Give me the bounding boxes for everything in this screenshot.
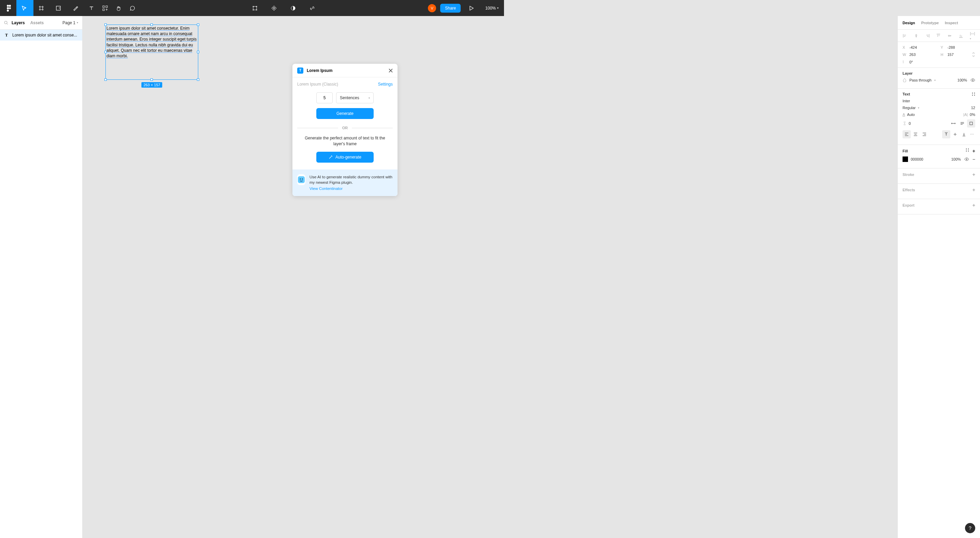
count-input[interactable] <box>316 92 333 103</box>
resize-handle-s[interactable] <box>151 78 153 81</box>
divider <box>297 128 338 128</box>
pen-tool[interactable]: ▾ <box>68 0 84 16</box>
footer-text: Use AI to generate realistic dummy conte… <box>310 174 393 185</box>
unit-select[interactable]: Sentences ▾ <box>336 92 374 103</box>
chevron-down-icon: ▾ <box>77 21 78 24</box>
chevron-down-icon: ▾ <box>76 6 80 10</box>
shape-tool[interactable]: ▾ <box>51 0 68 16</box>
auto-generate-button[interactable]: Auto-generate <box>316 152 374 163</box>
chevron-down-icon: ▾ <box>497 6 498 10</box>
svg-point-18 <box>302 178 303 179</box>
zoom-dropdown[interactable]: 100% ▾ <box>482 6 501 11</box>
page-dropdown[interactable]: Page 1 ▾ <box>62 21 78 25</box>
svg-point-17 <box>300 178 301 179</box>
svg-point-10 <box>253 6 254 7</box>
move-tool[interactable]: ▾ <box>16 0 33 16</box>
present-button[interactable] <box>465 0 479 16</box>
contentinator-icon <box>297 174 305 185</box>
chevron-down-icon: ▾ <box>42 6 45 10</box>
comment-tool[interactable] <box>126 0 139 16</box>
settings-link[interactable]: Settings <box>378 82 393 87</box>
plugin-popup: T Lorem Ipsum Lorem Ipsum (Classic) Sett… <box>293 64 398 196</box>
figma-menu[interactable]: ▾ <box>3 0 16 16</box>
svg-point-13 <box>256 9 257 10</box>
canvas[interactable]: Lorem ipsum dolor sit amet consectetur. … <box>83 16 504 277</box>
link-icon[interactable] <box>305 0 319 16</box>
svg-point-11 <box>256 6 257 7</box>
resize-handle-se[interactable] <box>197 78 199 81</box>
svg-rect-6 <box>103 6 104 8</box>
left-panel: Layers Assets Page 1 ▾ T Lorem ipsum dol… <box>0 16 83 277</box>
plugin-subtitle: Lorem Ipsum (Classic) <box>297 82 338 87</box>
svg-point-4 <box>7 10 9 11</box>
text-layer-content[interactable]: Lorem ipsum dolor sit amet consectetur. … <box>107 25 197 59</box>
resources-tool[interactable] <box>98 0 112 16</box>
chevron-down-icon: ▾ <box>9 6 13 10</box>
text-layer-icon: T <box>4 33 9 38</box>
contentinator-link[interactable]: View Contentinator <box>310 186 343 190</box>
layer-row[interactable]: T Lorem ipsum dolor sit amet conse... <box>0 30 82 41</box>
hand-tool[interactable] <box>112 0 126 16</box>
chevron-down-icon: ▾ <box>25 6 28 10</box>
svg-point-12 <box>253 9 254 10</box>
resize-handle-w[interactable] <box>104 51 107 53</box>
resize-handle-e[interactable] <box>197 51 199 53</box>
auto-description: Generate the perfect amount of text to f… <box>297 135 393 147</box>
main-toolbar: ▾ ▾ ▾ ▾ ▾ <box>0 0 504 16</box>
resize-handle-n[interactable] <box>151 24 153 26</box>
resize-handle-ne[interactable] <box>197 24 199 26</box>
close-button[interactable] <box>389 68 393 73</box>
search-icon[interactable] <box>4 21 8 25</box>
plugin-title: Lorem Ipsum <box>307 68 389 73</box>
svg-point-2 <box>7 7 9 9</box>
chevron-down-icon: ▾ <box>369 97 370 100</box>
frame-tool[interactable]: ▾ <box>33 0 51 16</box>
mask-icon[interactable] <box>286 0 300 16</box>
svg-point-0 <box>7 5 9 7</box>
or-label: OR <box>342 126 348 130</box>
user-avatar[interactable]: V <box>428 4 436 12</box>
plugin-icon: T <box>297 68 303 74</box>
chevron-down-icon: ▾ <box>59 6 62 10</box>
generate-button[interactable]: Generate <box>316 108 374 119</box>
svg-rect-9 <box>253 6 256 10</box>
divider <box>352 128 393 128</box>
share-button[interactable]: Share <box>440 4 461 13</box>
assets-tab[interactable]: Assets <box>30 21 44 25</box>
svg-rect-8 <box>103 9 104 11</box>
zoom-value: 100% <box>485 6 496 11</box>
text-tool[interactable] <box>84 0 98 16</box>
edit-object-icon[interactable] <box>248 0 262 16</box>
resize-handle-sw[interactable] <box>104 78 107 81</box>
component-icon[interactable] <box>267 0 281 16</box>
dimensions-badge: 263 × 157 <box>141 82 162 87</box>
svg-point-15 <box>5 21 7 24</box>
svg-rect-16 <box>298 176 305 183</box>
wand-icon <box>329 155 333 159</box>
svg-rect-7 <box>106 6 108 8</box>
resize-handle-nw[interactable] <box>104 24 107 26</box>
layer-name: Lorem ipsum dolor sit amet conse... <box>12 33 77 38</box>
layers-tab[interactable]: Layers <box>11 21 25 25</box>
selection-box[interactable]: Lorem ipsum dolor sit amet consectetur. … <box>105 25 198 80</box>
